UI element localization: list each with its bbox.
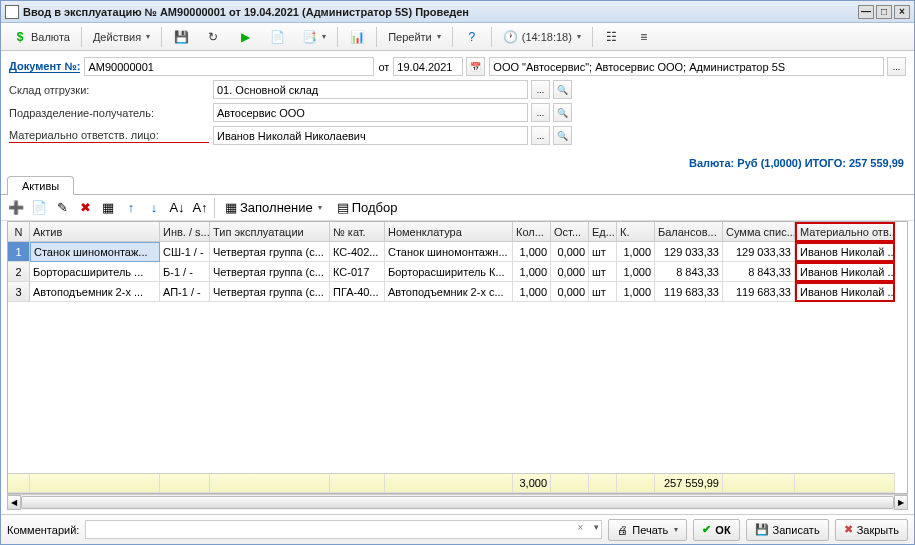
cell[interactable]: 1,000	[513, 242, 551, 262]
col-ed[interactable]: Ед...	[589, 222, 617, 242]
ok-button[interactable]: ✔ОК	[693, 519, 739, 541]
dept-select-button[interactable]: ...	[531, 103, 550, 122]
col-qty[interactable]: Кол...	[513, 222, 551, 242]
add-row-button[interactable]: ➕	[5, 197, 27, 219]
cell[interactable]: 2	[8, 262, 30, 282]
cell[interactable]: 119 683,33	[655, 282, 723, 302]
cell[interactable]: Четвертая группа (с...	[210, 282, 330, 302]
dept-input[interactable]: Автосервис ООО	[213, 103, 528, 122]
cell[interactable]: Четвертая группа (с...	[210, 262, 330, 282]
date-picker-button[interactable]: 📅	[466, 57, 485, 76]
warehouse-open-button[interactable]: 🔍	[553, 80, 572, 99]
cell[interactable]: Иванов Николай ...	[795, 282, 895, 302]
close-window-button[interactable]: ×	[894, 5, 910, 19]
cell[interactable]: 8 843,33	[723, 262, 795, 282]
tb-report-icon[interactable]: 📊	[342, 26, 372, 48]
move-up-button[interactable]: ↑	[120, 197, 142, 219]
settings-button[interactable]: ▦	[97, 197, 119, 219]
move-down-button[interactable]: ↓	[143, 197, 165, 219]
tb-refresh-icon[interactable]: ↻	[198, 26, 228, 48]
col-asset[interactable]: Актив	[30, 222, 160, 242]
tb-save-icon[interactable]: 💾	[166, 26, 196, 48]
scroll-left-button[interactable]: ◀	[7, 495, 21, 510]
cell[interactable]: 129 033,33	[723, 242, 795, 262]
cell[interactable]: АП-1 / -	[160, 282, 210, 302]
cell[interactable]: 1,000	[513, 262, 551, 282]
scroll-thumb[interactable]	[21, 496, 894, 509]
tb-post-icon[interactable]: ▶	[230, 26, 260, 48]
save-button[interactable]: 💾Записать	[746, 519, 829, 541]
cell[interactable]: Автоподъемник 2-х ...	[30, 282, 160, 302]
print-button[interactable]: 🖨Печать	[608, 519, 687, 541]
table-row[interactable]: 3Автоподъемник 2-х ...АП-1 / -Четвертая …	[8, 282, 907, 302]
comment-dropdown-button[interactable]: ▾	[594, 522, 599, 532]
resp-input[interactable]: Иванов Николай Николаевич	[213, 126, 528, 145]
fill-menu[interactable]: ▦Заполнение	[218, 197, 329, 219]
col-k[interactable]: К.	[617, 222, 655, 242]
warehouse-select-button[interactable]: ...	[531, 80, 550, 99]
date-input[interactable]: 19.04.2021	[393, 57, 463, 76]
cell[interactable]: КС-402...	[330, 242, 385, 262]
comment-input[interactable]: × ▾	[85, 520, 602, 539]
cell[interactable]: Автоподъемник 2-х с...	[385, 282, 513, 302]
cell[interactable]: КС-017	[330, 262, 385, 282]
col-ost[interactable]: Ост...	[551, 222, 589, 242]
col-bal[interactable]: Балансов...	[655, 222, 723, 242]
col-kat[interactable]: № кат.	[330, 222, 385, 242]
cell[interactable]: 8 843,33	[655, 262, 723, 282]
time-button[interactable]: 🕐(14:18:18)	[496, 26, 588, 48]
cell[interactable]: Борторасширитель К...	[385, 262, 513, 282]
resp-select-button[interactable]: ...	[531, 126, 550, 145]
cell[interactable]: шт	[589, 262, 617, 282]
cell[interactable]: 0,000	[551, 242, 589, 262]
currency-button[interactable]: $Валюта	[5, 26, 77, 48]
cell[interactable]: шт	[589, 282, 617, 302]
grid-hscrollbar[interactable]: ◀ ▶	[7, 494, 908, 510]
cell[interactable]: Четвертая группа (с...	[210, 242, 330, 262]
org-input[interactable]: ООО "Автосервис"; Автосервис ООО; Админи…	[489, 57, 884, 76]
pick-button[interactable]: ▤Подбор	[330, 197, 405, 219]
actions-menu[interactable]: Действия	[86, 26, 157, 48]
cell[interactable]: 1,000	[617, 262, 655, 282]
edit-row-button[interactable]: ✎	[51, 197, 73, 219]
cell[interactable]: 0,000	[551, 282, 589, 302]
table-row[interactable]: 2Борторасширитель ...Б-1 / -Четвертая гр…	[8, 262, 907, 282]
cell[interactable]: 129 033,33	[655, 242, 723, 262]
dept-open-button[interactable]: 🔍	[553, 103, 572, 122]
cell[interactable]: шт	[589, 242, 617, 262]
cell[interactable]: 1,000	[513, 282, 551, 302]
close-button[interactable]: ✖Закрыть	[835, 519, 908, 541]
cell[interactable]: 1	[8, 242, 30, 262]
cell[interactable]: 3	[8, 282, 30, 302]
cell[interactable]: Иванов Николай ...	[795, 262, 895, 282]
col-type[interactable]: Тип эксплуатации	[210, 222, 330, 242]
tab-assets[interactable]: Активы	[7, 176, 74, 195]
sort-desc-button[interactable]: A↑	[189, 197, 211, 219]
cell[interactable]: 1,000	[617, 282, 655, 302]
cell[interactable]: Б-1 / -	[160, 262, 210, 282]
cell[interactable]: 1,000	[617, 242, 655, 262]
goto-menu[interactable]: Перейти	[381, 26, 448, 48]
tb-copy-icon[interactable]: 📄	[262, 26, 292, 48]
org-select-button[interactable]: ...	[887, 57, 906, 76]
col-sum[interactable]: Сумма спис...	[723, 222, 795, 242]
cell[interactable]: Станок шиномонтажн...	[385, 242, 513, 262]
cell[interactable]: 0,000	[551, 262, 589, 282]
minimize-button[interactable]: —	[858, 5, 874, 19]
scroll-right-button[interactable]: ▶	[894, 495, 908, 510]
warehouse-input[interactable]: 01. Основной склад	[213, 80, 528, 99]
table-row[interactable]: 1Станок шиномонтаж...СШ-1 / -Четвертая г…	[8, 242, 907, 262]
cell[interactable]: Иванов Николай ...	[795, 242, 895, 262]
col-inv[interactable]: Инв. / s...	[160, 222, 210, 242]
tb-struct-icon[interactable]: ☷	[597, 26, 627, 48]
maximize-button[interactable]: □	[876, 5, 892, 19]
cell[interactable]: 119 683,33	[723, 282, 795, 302]
col-n[interactable]: N	[8, 222, 30, 242]
docnum-input[interactable]: АМ90000001	[84, 57, 374, 76]
delete-row-button[interactable]: ✖	[74, 197, 96, 219]
sort-asc-button[interactable]: A↓	[166, 197, 188, 219]
tb-basedon-icon[interactable]: 📑	[294, 26, 333, 48]
col-mat[interactable]: Материально отв...	[795, 222, 895, 242]
copy-row-button[interactable]: 📄	[28, 197, 50, 219]
cell[interactable]: СШ-1 / -	[160, 242, 210, 262]
